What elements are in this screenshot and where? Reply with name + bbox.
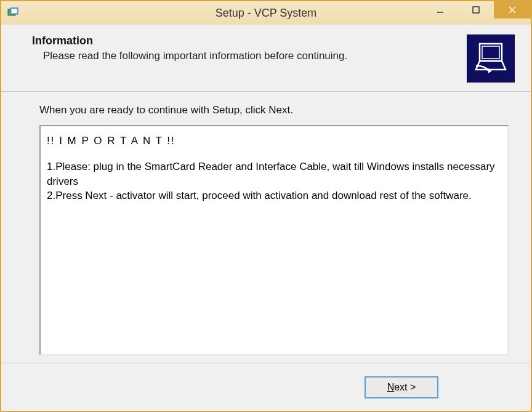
setup-window: Setup - VCP System Information Please re… [0,0,532,412]
computer-install-icon [467,34,515,83]
ready-instruction: When you are ready to continue with Setu… [39,104,509,116]
wizard-header: Information Please read the following im… [1,25,531,92]
important-label: !! I M P O R T A N T !! [47,134,501,148]
next-button-accel: N [387,382,395,393]
next-button[interactable]: Next > [365,376,438,398]
page-heading: Information [32,34,467,47]
next-button-rest: ext > [394,382,416,393]
installer-icon [6,6,20,20]
wizard-content: When you are ready to continue with Setu… [1,92,531,363]
step-1-text: 1.Please: plug in the SmartCard Reader a… [47,160,501,189]
svg-rect-4 [473,7,479,13]
svg-rect-2 [12,9,17,13]
window-title: Setup - VCP System [216,7,317,20]
wizard-footer: Next > [1,363,531,411]
information-textbox[interactable]: !! I M P O R T A N T !! 1.Please: plug i… [39,125,509,355]
svg-rect-8 [482,46,499,59]
page-subheading: Please read the following important info… [43,50,467,62]
window-controls [422,1,531,25]
step-2-text: 2.Press Next - activator will start, pro… [47,188,501,203]
close-button[interactable] [494,1,531,18]
titlebar[interactable]: Setup - VCP System [1,1,531,25]
maximize-button[interactable] [458,1,494,18]
minimize-button[interactable] [422,1,458,18]
